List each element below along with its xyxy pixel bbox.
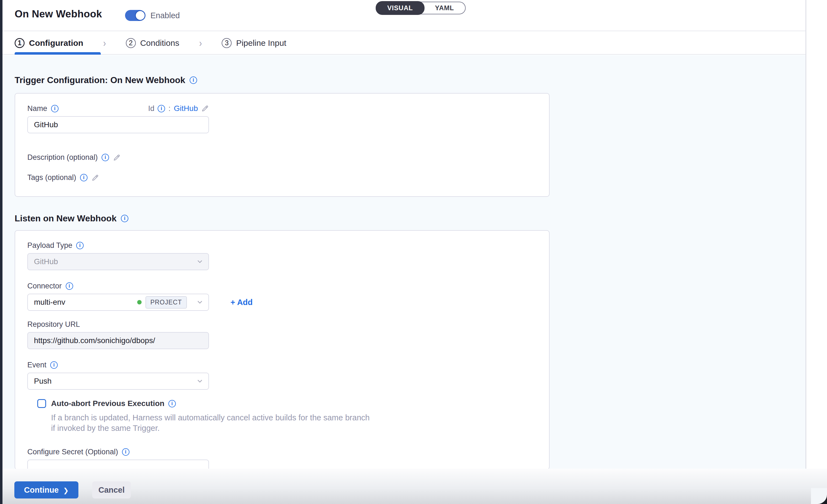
configure-secret-label: Configure Secret (Optional) bbox=[27, 448, 118, 456]
edit-description-icon[interactable] bbox=[113, 154, 120, 161]
mode-yaml-button[interactable]: YAML bbox=[424, 2, 465, 14]
tags-row: Tags (optional) bbox=[27, 173, 549, 182]
wizard-tabbar: 1 Configuration › 2 Conditions › 3 Pipel… bbox=[2, 32, 806, 55]
continue-button[interactable]: Continue bbox=[14, 482, 79, 499]
description-label: Description (optional) bbox=[27, 153, 98, 162]
id-label: Id bbox=[148, 104, 155, 113]
chevron-right-icon: › bbox=[199, 37, 202, 49]
enabled-label: Enabled bbox=[150, 11, 180, 20]
sidebar-edge bbox=[0, 0, 2, 504]
info-icon[interactable] bbox=[168, 400, 176, 407]
tab-label: Configuration bbox=[29, 38, 83, 48]
payload-type-label: Payload Type bbox=[27, 241, 72, 250]
active-tab-underline bbox=[15, 52, 101, 55]
heading-text: Trigger Configuration: On New Webhook bbox=[15, 75, 185, 85]
description-row: Description (optional) bbox=[27, 153, 549, 162]
toggle-knob bbox=[135, 10, 145, 21]
info-icon[interactable] bbox=[122, 448, 130, 456]
cancel-button[interactable]: Cancel bbox=[92, 482, 131, 499]
step-number-3: 3 bbox=[222, 38, 232, 48]
edit-tags-icon[interactable] bbox=[91, 174, 99, 182]
add-connector-button[interactable]: + Add bbox=[231, 298, 253, 307]
info-icon[interactable] bbox=[50, 361, 58, 369]
configure-secret-label-row: Configure Secret (Optional) bbox=[27, 448, 549, 456]
connector-status-dot bbox=[137, 300, 142, 304]
connector-label: Connector bbox=[27, 282, 62, 290]
secret-selector[interactable]: Create or Select a Secret bbox=[27, 460, 209, 469]
info-icon[interactable] bbox=[190, 77, 197, 84]
repository-url-value: https://github.com/sonichigo/dbops/ bbox=[34, 336, 155, 345]
help-line-1: If a branch is updated, Harness will aut… bbox=[51, 412, 549, 423]
mode-visual-button[interactable]: VISUAL bbox=[376, 1, 425, 15]
id-value-link[interactable]: GitHub bbox=[174, 104, 198, 113]
auto-abort-help-text: If a branch is updated, Harness will aut… bbox=[51, 412, 549, 433]
connector-scope-badge: PROJECT bbox=[145, 296, 187, 309]
tab-label: Pipeline Input bbox=[236, 38, 286, 48]
info-icon[interactable] bbox=[121, 215, 128, 222]
trigger-configuration-heading: Trigger Configuration: On New Webhook bbox=[15, 75, 806, 85]
chevron-down-icon bbox=[196, 299, 203, 306]
name-label-row: Name bbox=[27, 104, 58, 113]
edit-id-icon[interactable] bbox=[201, 105, 209, 112]
tab-pipeline-input[interactable]: 3 Pipeline Input bbox=[222, 38, 286, 48]
webhook-trigger-page: On New Webhook Enabled VISUAL YAML 1 Con… bbox=[0, 0, 827, 504]
info-icon[interactable] bbox=[80, 174, 88, 181]
event-select[interactable]: Push bbox=[27, 372, 209, 390]
info-icon[interactable] bbox=[102, 154, 109, 161]
connector-value: multi-env bbox=[34, 298, 137, 307]
listen-heading: Listen on New Webhook bbox=[15, 213, 806, 223]
trigger-configuration-card: Name Id : GitHub GitHub Description (opt… bbox=[15, 93, 549, 197]
right-panel-strip bbox=[806, 0, 827, 469]
configuration-panel: Trigger Configuration: On New Webhook Na… bbox=[2, 55, 806, 469]
chevron-right-icon bbox=[63, 486, 69, 495]
connector-label-row: Connector bbox=[27, 282, 549, 290]
visual-yaml-toggle: VISUAL YAML bbox=[376, 2, 466, 14]
tags-label: Tags (optional) bbox=[27, 173, 76, 182]
payload-type-select: GitHub bbox=[27, 253, 209, 270]
step-number-2: 2 bbox=[126, 38, 136, 48]
connector-select[interactable]: multi-env PROJECT bbox=[27, 294, 209, 311]
name-label: Name bbox=[27, 104, 47, 113]
info-icon[interactable] bbox=[66, 282, 73, 290]
info-icon[interactable] bbox=[76, 242, 84, 249]
auto-abort-label: Auto-abort Previous Execution bbox=[51, 399, 164, 408]
window-corner bbox=[811, 488, 827, 504]
info-icon[interactable] bbox=[158, 105, 165, 112]
footer-bar: Continue Cancel bbox=[0, 469, 827, 504]
enabled-toggle[interactable] bbox=[125, 10, 145, 21]
page-header: On New Webhook Enabled VISUAL YAML bbox=[2, 0, 806, 31]
cancel-label: Cancel bbox=[98, 486, 125, 495]
payload-type-value: GitHub bbox=[34, 257, 196, 266]
event-label-row: Event bbox=[27, 361, 549, 369]
name-input-value: GitHub bbox=[34, 120, 58, 129]
continue-label: Continue bbox=[24, 486, 59, 495]
tab-label: Conditions bbox=[140, 38, 180, 48]
step-number-1: 1 bbox=[15, 38, 25, 48]
info-icon[interactable] bbox=[51, 105, 58, 112]
event-value: Push bbox=[34, 377, 196, 386]
repository-url-input[interactable]: https://github.com/sonichigo/dbops/ bbox=[27, 332, 209, 349]
payload-type-label-row: Payload Type bbox=[27, 241, 549, 250]
chevron-down-icon bbox=[196, 377, 203, 385]
repository-url-label: Repository URL bbox=[27, 320, 80, 329]
listen-card: Payload Type GitHub Connector multi-env … bbox=[15, 230, 549, 469]
repository-url-label-row: Repository URL bbox=[27, 320, 549, 329]
tab-configuration[interactable]: 1 Configuration bbox=[15, 38, 83, 48]
name-input[interactable]: GitHub bbox=[27, 116, 209, 133]
chevron-down-icon bbox=[196, 258, 203, 265]
event-label: Event bbox=[27, 361, 46, 369]
id-separator: : bbox=[168, 104, 171, 113]
heading-text: Listen on New Webhook bbox=[15, 213, 116, 223]
chevron-right-icon: › bbox=[103, 37, 106, 49]
tab-conditions[interactable]: 2 Conditions bbox=[126, 38, 180, 48]
page-title: On New Webhook bbox=[15, 8, 102, 20]
auto-abort-checkbox[interactable] bbox=[37, 399, 46, 408]
help-line-2: if invoked by the same Trigger. bbox=[51, 423, 549, 433]
auto-abort-row: Auto-abort Previous Execution bbox=[37, 399, 549, 408]
id-line: Id : GitHub bbox=[148, 104, 209, 113]
